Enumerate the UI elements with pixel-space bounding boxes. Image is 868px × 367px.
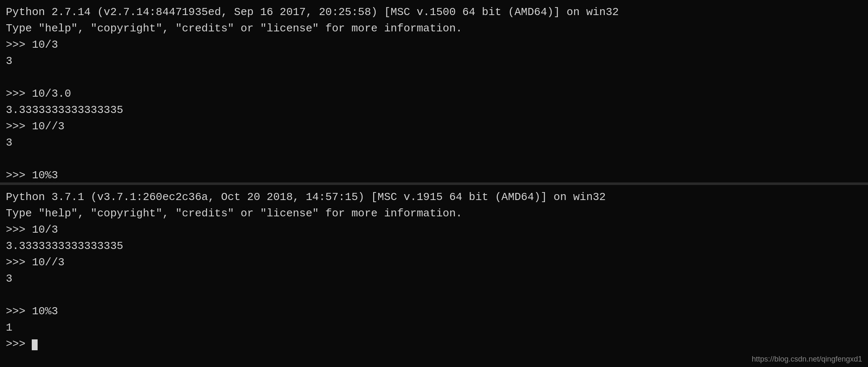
python2-result-1: 3 <box>6 53 862 69</box>
watermark: https://blog.csdn.net/qingfengxd1 <box>752 355 862 364</box>
python2-blank-1 <box>6 69 862 86</box>
terminal-container: Python 2.7.14 (v2.7.14:84471935ed, Sep 1… <box>0 0 868 367</box>
python3-prompt-3: >>> 10%3 <box>6 303 862 320</box>
python2-prompt-2: >>> 10/3.0 <box>6 86 862 102</box>
terminal-panel-1: Python 2.7.14 (v2.7.14:84471935ed, Sep 1… <box>0 0 868 185</box>
prompt-symbol: >>> 10/3 <box>6 38 58 51</box>
python3-result-3: 1 <box>6 320 862 336</box>
python2-prompt-3: >>> 10//3 <box>6 118 862 135</box>
python3-blank-1 <box>6 287 862 303</box>
python2-prompt-4: >>> 10%3 <box>6 167 862 184</box>
python2-result-3: 3 <box>6 135 862 151</box>
python2-prompt-1: >>> 10/3 <box>6 37 862 53</box>
python3-result-1: 3.3333333333333335 <box>6 238 862 254</box>
python3-result-2: 3 <box>6 271 862 287</box>
python3-header-line2: Type "help", "copyright", "credits" or "… <box>6 205 862 222</box>
cursor-2 <box>32 339 38 350</box>
python2-blank-2 <box>6 151 862 167</box>
python2-header-line2: Type "help", "copyright", "credits" or "… <box>6 21 862 37</box>
python3-prompt-1: >>> 10/3 <box>6 222 862 238</box>
terminal-panel-2: Python 3.7.1 (v3.7.1:260ec2c36a, Oct 20 … <box>0 185 868 367</box>
python3-prompt-4[interactable]: >>> <box>6 336 862 352</box>
python2-result-2: 3.3333333333333335 <box>6 102 862 118</box>
python2-header-line1: Python 2.7.14 (v2.7.14:84471935ed, Sep 1… <box>6 4 862 21</box>
python3-header-line1: Python 3.7.1 (v3.7.1:260ec2c36a, Oct 20 … <box>6 189 862 205</box>
python3-prompt-2: >>> 10//3 <box>6 254 862 271</box>
